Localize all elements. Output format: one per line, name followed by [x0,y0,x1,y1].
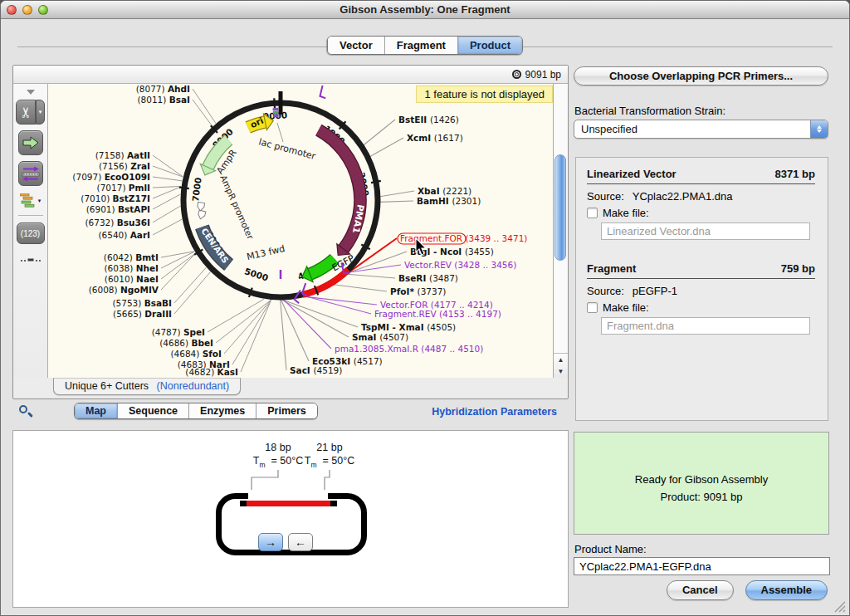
enzyme-label[interactable]: (4686) BbeI [159,338,213,348]
labels[interactable]: (8077) AhdI(8011) BsaI(7158) AatII(7156)… [72,84,527,377]
enzyme-label[interactable]: (6540) AarI [98,230,150,240]
plasmid-map[interactable]: 100020003000400050006000700080009000PMA1… [48,84,553,378]
enzyme-label[interactable]: (6042) BmtI [104,252,159,262]
enzyme-label[interactable]: (6732) Bsu36I [85,218,150,227]
feature-label[interactable]: M13 fwd [246,243,286,262]
assembly-step-tabs: Vector Fragment Product [327,36,523,55]
enzyme-label[interactable]: (7017) PmlI [97,183,150,193]
divider [18,215,43,216]
title-bar[interactable]: Gibson Assembly: One Fragment [1,1,849,19]
scissors-tool-button[interactable]: ✂ [16,100,36,125]
enzyme-label[interactable]: (7156) ZraI [99,161,150,171]
enzyme-label[interactable]: BamHI (2301) [417,196,481,206]
window-title: Gibson Assembly: One Fragment [1,3,849,16]
scroll-up-icon[interactable]: ▲ [558,356,564,364]
view-tabs: Map Sequence Enzymes Primers [74,403,318,419]
enzyme-label[interactable]: (4682) KasI [185,367,238,377]
tab-primers[interactable]: Primers [256,403,317,418]
green-arrow-icon [22,136,40,149]
enzyme-label[interactable]: XcmI (1617) [407,133,463,143]
choose-primers-button[interactable]: Choose Overlapping PCR Primers... [574,66,828,86]
magnifier-handle-icon [27,412,33,418]
scissors-dropdown-button[interactable]: ▾ [36,100,45,125]
feature-label[interactable]: lac promoter [257,136,317,162]
scroll-up-icon[interactable] [27,90,35,95]
enzyme-label[interactable]: SmaI (4507) [352,332,408,342]
primer-pairs-dropdown[interactable]: ▾ [38,198,42,204]
forward-primer-button[interactable]: → [258,533,283,551]
components-box: Linearized Vector 8371 bp Source: YCplac… [575,157,828,421]
vector-section-title: Linearized Vector 8371 bp [587,168,815,184]
enzyme-label[interactable]: SacI (4519) [290,365,342,375]
minimize-button[interactable] [22,5,32,15]
close-button[interactable] [7,5,17,15]
tick-label: 7000 [190,177,203,203]
enzyme-label[interactable]: (6901) BstAPI [86,204,150,214]
enzyme-label[interactable]: (7097) EcoO109I [72,172,150,182]
primer-label[interactable]: pma1.3085.XmaI.R (4487 .. 4510) [335,344,483,354]
promoter-arrow-icon [198,210,206,220]
scroll-down-icon[interactable]: ▼ [558,368,564,375]
stepper-icon [810,120,828,138]
vector-size: 8371 bp [775,168,815,180]
numbering-icon: (123) [21,229,40,238]
source-label: Source: [587,285,624,297]
enzyme-label[interactable]: BseRI (3487) [398,273,458,283]
enzyme-label[interactable]: TspMI - XmaI (4505) [361,322,456,332]
cancel-button[interactable]: Cancel [667,580,734,600]
hybridization-parameters-link[interactable]: Hybridization Parameters [432,406,557,418]
cutters-filter-tab[interactable]: Unique 6+ Cutters (Nonredundant) [53,378,241,395]
zoom-button[interactable] [38,5,48,15]
reverse-primer-button[interactable]: ← [288,533,313,551]
fragment-file-input[interactable] [601,317,810,335]
enzyme-label[interactable]: PfoI* (3737) [390,286,446,296]
scrollbar-arrows[interactable]: ▲ ▼ [554,353,568,378]
primer-pairs-icon [20,193,37,208]
vector-source-row: Source: YCplac22.PMA1.dna [587,190,815,203]
tab-product[interactable]: Product [458,37,522,54]
assemble-button[interactable]: Assemble [745,580,828,600]
feature-label[interactable]: AmpR promoter [218,174,256,242]
enzyme-label[interactable]: (4684) SfoI [170,349,222,359]
fragment-size: 759 bp [781,262,815,275]
enzyme-label[interactable]: (7158) AatII [95,150,150,160]
enzyme-label[interactable]: (8011) BsaI [137,95,190,105]
enzyme-label[interactable]: (7010) BstZ17I [81,193,150,203]
plasmid-icon [512,70,521,79]
enzyme-label[interactable]: (5753) BsaBI [112,298,172,308]
vector-file-input[interactable] [601,222,810,240]
pcr-tool-button[interactable] [18,130,43,155]
anneal-oligos-button[interactable] [18,161,43,186]
status-line1: Ready for Gibson Assembly [574,471,828,488]
enzyme-label[interactable]: (6008) NgoMIV [89,285,159,295]
nonredundant-link[interactable]: (Nonredundant) [157,380,230,392]
enzyme-label[interactable]: (6038) NheI [104,263,159,273]
enzyme-label[interactable]: (6010) NaeI [105,274,159,284]
tab-sequence[interactable]: Sequence [118,403,189,418]
primer-label[interactable]: Fragment.REV (4153 .. 4197) [374,309,501,319]
primer-label[interactable]: Vector.REV (3428 .. 3456) [404,260,516,270]
fragment-make-file-checkbox[interactable] [587,302,598,313]
enzyme-label[interactable]: (8077) AhdI [136,84,190,94]
vertical-scrollbar[interactable]: ▲ ▼ [553,84,568,378]
source-label: Source: [587,190,624,203]
strain-select[interactable]: Unspecified [574,120,828,139]
enzyme-label[interactable]: XbaI (2221) [418,186,471,196]
plasmid-map-canvas[interactable]: 100020003000400050006000700080009000PMA1… [48,84,553,378]
zoom-tool-button[interactable] [17,403,34,420]
vector-make-file-checkbox[interactable] [587,208,598,218]
tab-fragment[interactable]: Fragment [385,37,458,54]
tab-enzymes[interactable]: Enzymes [189,403,256,418]
product-name-input[interactable] [574,557,830,575]
tab-map[interactable]: Map [75,403,118,418]
scrollbar-thumb[interactable] [554,154,566,261]
tab-vector[interactable]: Vector [328,37,385,54]
enzyme-label[interactable]: (4787) SpeI [152,327,205,337]
enzyme-label[interactable]: BstEII (1426) [398,115,459,125]
enzyme-label[interactable]: (5665) DraIII [113,309,172,319]
map-header-strip: 9091 bp [13,66,568,84]
resize-grip[interactable] [834,601,846,613]
window-controls [7,5,48,15]
tick-label: 5000 [243,266,270,282]
numbering-button[interactable]: (123) [17,222,45,244]
